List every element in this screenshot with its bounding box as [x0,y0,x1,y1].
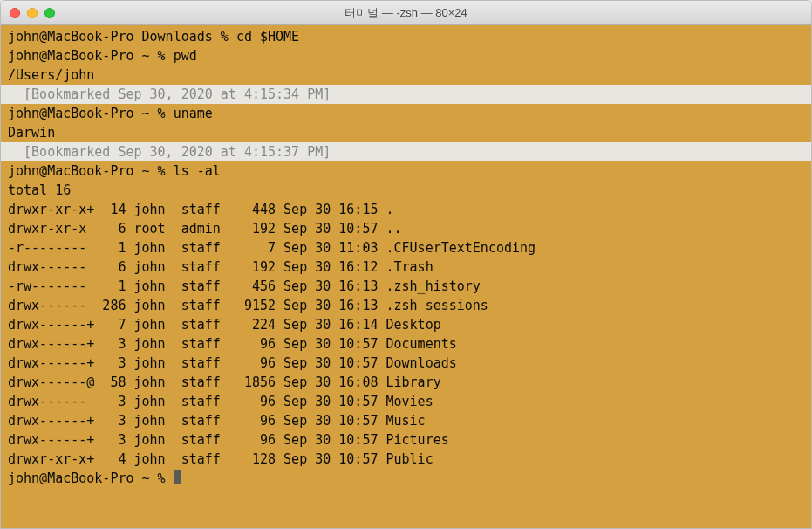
terminal-line: drwx------+ 7 john staff 224 Sep 30 16:1… [8,315,804,334]
terminal-line: /Users/john [8,65,804,85]
bookmark-line: [Bookmarked Sep 30, 2020 at 4:15:34 PM] [1,85,811,104]
terminal-content[interactable]: john@MacBook-Pro Downloads % cd $HOMEjoh… [1,25,811,528]
window-title: 터미널 — -zsh — 80×24 [1,5,811,21]
traffic-lights [1,8,55,18]
bookmark-line: [Bookmarked Sep 30, 2020 at 4:15:37 PM] [1,142,811,161]
terminal-line: drwxr-xr-x+ 4 john staff 128 Sep 30 10:5… [8,450,804,469]
terminal-line: john@MacBook-Pro ~ % uname [8,104,804,123]
titlebar[interactable]: 터미널 — -zsh — 80×24 [1,1,811,25]
terminal-line: drwxr-xr-x+ 14 john staff 448 Sep 30 16:… [8,200,804,219]
minimize-button[interactable] [27,8,38,18]
terminal-line: -rw------- 1 john staff 456 Sep 30 16:13… [8,277,804,296]
terminal-line: john@MacBook-Pro ~ % pwd [8,46,804,65]
terminal-line: drwxr-xr-x 6 root admin 192 Sep 30 10:57… [8,219,804,238]
terminal-line: -r-------- 1 john staff 7 Sep 30 11:03 .… [8,238,804,258]
cursor [174,470,181,484]
maximize-button[interactable] [44,8,55,18]
terminal-line: drwx------+ 3 john staff 96 Sep 30 10:57… [8,334,804,354]
terminal-line: total 16 [8,181,804,200]
terminal-line: john@MacBook-Pro ~ % ls -al [8,161,804,181]
close-button[interactable] [10,8,20,18]
terminal-line: drwx------@ 58 john staff 1856 Sep 30 16… [8,373,804,392]
prompt-line: john@MacBook-Pro ~ % [8,469,804,488]
terminal-window: 터미널 — -zsh — 80×24 john@MacBook-Pro Down… [0,0,812,529]
terminal-line: drwx------ 3 john staff 96 Sep 30 10:57 … [8,392,804,411]
terminal-line: drwx------+ 3 john staff 96 Sep 30 10:57… [8,411,804,430]
terminal-line: drwx------+ 3 john staff 96 Sep 30 10:57… [8,354,804,373]
terminal-line: Darwin [8,123,804,142]
terminal-line: drwx------ 286 john staff 9152 Sep 30 16… [8,296,804,315]
terminal-line: drwx------ 6 john staff 192 Sep 30 16:12… [8,258,804,277]
terminal-line: john@MacBook-Pro Downloads % cd $HOME [8,27,804,46]
terminal-line: drwx------+ 3 john staff 96 Sep 30 10:57… [8,430,804,450]
